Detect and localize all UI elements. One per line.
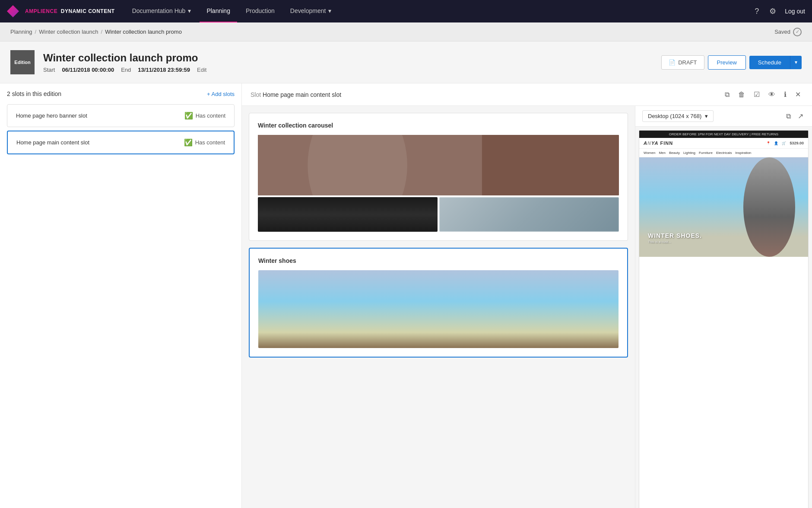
- shoes-images: [258, 270, 619, 348]
- start-label: Start: [43, 67, 55, 73]
- close-button[interactable]: ✕: [793, 89, 803, 100]
- breadcrumb-planning[interactable]: Planning: [10, 29, 32, 35]
- breadcrumb-separator: /: [35, 29, 37, 35]
- top-navigation: AMPLIENCE DYNAMIC CONTENT Documentation …: [0, 0, 812, 22]
- start-date: 06/11/2018 00:00:00: [62, 67, 114, 73]
- edition-header: Edition Winter collection launch promo S…: [0, 42, 812, 83]
- preview-content: ORDER BEFORE 1PM FOR NEXT DAY DELIVERY |…: [635, 127, 812, 508]
- preview-logo: ANYA FINN: [644, 141, 673, 146]
- menu-women: Women: [644, 151, 655, 155]
- content-area: Winter collection carousel: [242, 106, 812, 508]
- copy-button[interactable]: ⧉: [722, 89, 732, 100]
- menu-men: Men: [659, 151, 666, 155]
- edition-left-info: Edition Winter collection launch promo S…: [10, 50, 206, 74]
- blurred-woman-img: [439, 197, 619, 232]
- content-card-carousel[interactable]: Winter collection carousel: [249, 113, 628, 241]
- slot-status-hero: ✅ Has content: [184, 112, 225, 120]
- check-icon: ✅: [184, 112, 193, 120]
- schedule-button-group: Schedule ▾: [749, 56, 802, 69]
- slots-count: 2 slots in this edition: [7, 90, 61, 97]
- checklist-icon: ☑: [754, 91, 760, 98]
- external-link-icon: ↗: [798, 112, 803, 120]
- slot-name-main: Home page main content slot: [16, 139, 89, 146]
- location-icon: 📍: [766, 141, 771, 145]
- slot-item-main[interactable]: Home page main content slot ✅ Has conten…: [7, 131, 235, 154]
- winter-shoes-img: [258, 270, 619, 348]
- preview-top-bar: ORDER BEFORE 1PM FOR NEXT DAY DELIVERY |…: [639, 131, 808, 138]
- slots-panel: 2 slots in this edition + Add slots Home…: [0, 83, 242, 508]
- breadcrumb-bar: Planning / Winter collection launch / Wi…: [0, 22, 812, 42]
- saved-check-icon: ✓: [793, 28, 802, 36]
- preview-button[interactable]: Preview: [708, 55, 746, 70]
- breadcrumb: Planning / Winter collection launch / Wi…: [10, 29, 182, 35]
- menu-beauty: Beauty: [669, 151, 680, 155]
- gear-icon: ⚙: [769, 6, 776, 16]
- logout-button[interactable]: Log out: [785, 8, 805, 15]
- slot-detail-panel: Slot Home page main content slot ⧉ 🗑 ☑ 👁: [242, 83, 812, 508]
- view-button[interactable]: 👁: [766, 89, 778, 100]
- slot-title: Slot Home page main content slot: [251, 91, 341, 98]
- brand-name: AMPLIENCE DYNAMIC CONTENT: [25, 8, 115, 14]
- preview-hero-overlay: WINTER SHOES. This is a cust...: [648, 232, 702, 244]
- nav-right-actions: ? ⚙ Log out: [753, 5, 805, 18]
- eye-icon: 👁: [768, 91, 775, 98]
- edition-title: Winter collection launch promo: [43, 52, 206, 64]
- preview-menu: Women Men Beauty Lighting Furniture Elec…: [639, 149, 808, 157]
- preview-woman-silhouette: [730, 157, 808, 257]
- schedule-dropdown-button[interactable]: ▾: [790, 56, 802, 69]
- card-title-shoes: Winter shoes: [258, 257, 619, 264]
- preview-website: ORDER BEFORE 1PM FOR NEXT DAY DELIVERY |…: [639, 130, 809, 508]
- close-icon: ✕: [795, 91, 801, 98]
- document-icon: 📄: [669, 59, 676, 66]
- content-cards-list: Winter collection carousel: [242, 106, 635, 508]
- edition-actions: 📄 DRAFT Preview Schedule ▾: [661, 55, 802, 70]
- settings-button[interactable]: ⚙: [768, 5, 778, 18]
- breadcrumb-separator-2: /: [101, 29, 103, 35]
- menu-lighting: Lighting: [683, 151, 695, 155]
- carousel-sub-image-2: [439, 197, 619, 232]
- info-button[interactable]: ℹ: [781, 89, 789, 100]
- nav-item-planning[interactable]: Planning: [200, 0, 237, 22]
- schedule-button[interactable]: Schedule: [749, 56, 790, 69]
- slots-header: 2 slots in this edition + Add slots: [7, 90, 235, 97]
- nav-items-list: Documentation Hub ▾ Planning Production …: [125, 0, 753, 22]
- end-label: End: [121, 67, 131, 73]
- checklist-button[interactable]: ☑: [751, 89, 762, 100]
- carousel-main-image: [258, 135, 619, 195]
- cart-icon: 🛒: [782, 141, 786, 145]
- trash-icon: 🗑: [738, 91, 745, 98]
- body-layout: 2 slots in this edition + Add slots Home…: [0, 83, 812, 508]
- slot-name-hero: Home page hero banner slot: [16, 112, 87, 119]
- help-button[interactable]: ?: [753, 5, 761, 18]
- menu-electricals: Electricals: [716, 151, 732, 155]
- copy-preview-button[interactable]: ⧉: [784, 111, 793, 122]
- preview-toolbar: Desktop (1024 x 768) ▾ ⧉ ↗: [635, 106, 812, 127]
- draft-button[interactable]: 📄 DRAFT: [661, 55, 704, 70]
- nav-item-development[interactable]: Development ▾: [283, 0, 339, 22]
- external-link-button[interactable]: ↗: [796, 110, 805, 122]
- delete-button[interactable]: 🗑: [736, 89, 748, 100]
- nav-item-docs[interactable]: Documentation Hub ▾: [125, 0, 198, 22]
- carousel-sub-images: [258, 197, 619, 232]
- brand-logo-area: AMPLIENCE DYNAMIC CONTENT: [7, 5, 115, 17]
- content-card-shoes[interactable]: Winter shoes: [249, 248, 628, 358]
- chevron-down-icon: ▾: [705, 113, 708, 119]
- edit-link[interactable]: Edit: [197, 67, 206, 73]
- nav-item-production[interactable]: Production: [239, 0, 282, 22]
- brand-diamond-logo: [7, 5, 19, 17]
- copy-icon: ⧉: [786, 112, 791, 120]
- help-icon: ?: [755, 7, 759, 16]
- card-title-carousel: Winter collection carousel: [258, 122, 619, 129]
- preview-nav-right: 📍 👤 🛒 $329.00: [766, 141, 804, 145]
- edition-info: Winter collection launch promo Start 06/…: [43, 52, 206, 73]
- slot-item-hero[interactable]: Home page hero banner slot ✅ Has content: [7, 104, 235, 127]
- info-icon: ℹ: [784, 91, 787, 98]
- breadcrumb-collection[interactable]: Winter collection launch: [39, 29, 98, 35]
- device-selector[interactable]: Desktop (1024 x 768) ▾: [642, 110, 714, 122]
- slot-actions: ⧉ 🗑 ☑ 👁 ℹ ✕: [722, 89, 803, 100]
- dark-woman-img: [258, 197, 438, 232]
- copy-icon: ⧉: [725, 91, 730, 98]
- add-slots-button[interactable]: + Add slots: [207, 91, 235, 97]
- slot-status-main: ✅ Has content: [184, 138, 225, 147]
- slot-header: Slot Home page main content slot ⧉ 🗑 ☑ 👁: [242, 83, 812, 106]
